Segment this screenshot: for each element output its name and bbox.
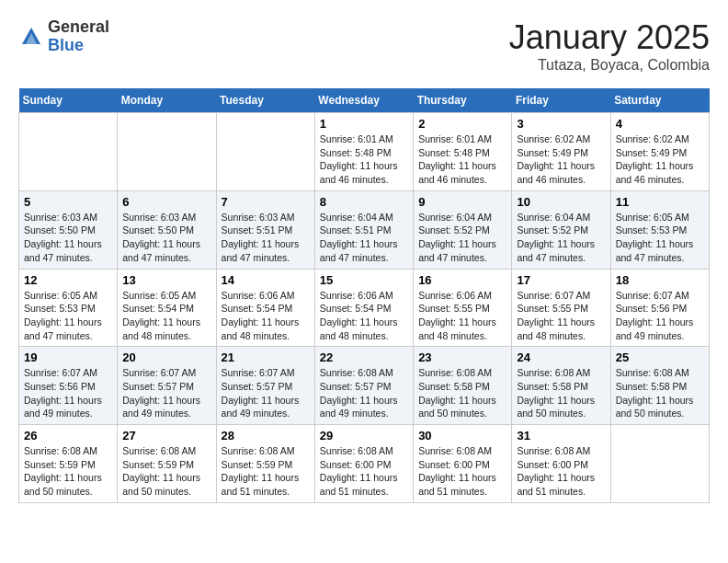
day-number: 14 xyxy=(222,273,310,287)
calendar-cell: 22Sunrise: 6:08 AM Sunset: 5:57 PM Dayli… xyxy=(314,347,413,425)
calendar-cell: 19Sunrise: 6:07 AM Sunset: 5:56 PM Dayli… xyxy=(19,347,118,425)
day-number: 24 xyxy=(517,350,605,364)
calendar-cell xyxy=(610,425,709,503)
calendar-week-row: 19Sunrise: 6:07 AM Sunset: 5:56 PM Dayli… xyxy=(19,347,710,425)
title-block: January 2025 Tutaza, Boyaca, Colombia xyxy=(509,18,710,74)
calendar-cell: 27Sunrise: 6:08 AM Sunset: 5:59 PM Dayli… xyxy=(118,425,216,503)
calendar-cell xyxy=(118,113,216,191)
day-number: 22 xyxy=(320,350,408,364)
calendar-cell: 18Sunrise: 6:07 AM Sunset: 5:56 PM Dayli… xyxy=(610,269,709,347)
calendar-cell: 14Sunrise: 6:06 AM Sunset: 5:54 PM Dayli… xyxy=(216,269,314,347)
day-info: Sunrise: 6:08 AM Sunset: 5:59 PM Dayligh… xyxy=(24,444,112,499)
calendar-cell: 6Sunrise: 6:03 AM Sunset: 5:50 PM Daylig… xyxy=(118,190,216,269)
calendar-cell: 31Sunrise: 6:08 AM Sunset: 6:00 PM Dayli… xyxy=(512,425,610,503)
calendar-cell: 17Sunrise: 6:07 AM Sunset: 5:55 PM Dayli… xyxy=(512,269,610,347)
day-info: Sunrise: 6:08 AM Sunset: 5:58 PM Dayligh… xyxy=(616,366,704,420)
calendar-cell: 28Sunrise: 6:08 AM Sunset: 5:59 PM Dayli… xyxy=(216,425,314,503)
day-number: 7 xyxy=(222,195,310,209)
calendar-cell: 4Sunrise: 6:02 AM Sunset: 5:49 PM Daylig… xyxy=(610,113,709,191)
calendar-cell: 23Sunrise: 6:08 AM Sunset: 5:58 PM Dayli… xyxy=(414,347,512,425)
calendar-cell: 25Sunrise: 6:08 AM Sunset: 5:58 PM Dayli… xyxy=(610,347,709,425)
day-number: 17 xyxy=(517,273,605,287)
day-number: 3 xyxy=(517,117,605,131)
day-number: 11 xyxy=(616,195,704,209)
day-number: 25 xyxy=(616,350,704,364)
day-info: Sunrise: 6:06 AM Sunset: 5:54 PM Dayligh… xyxy=(320,289,408,343)
day-number: 21 xyxy=(222,350,310,364)
day-info: Sunrise: 6:07 AM Sunset: 5:56 PM Dayligh… xyxy=(24,366,112,420)
weekday-header: Saturday xyxy=(610,88,709,113)
day-number: 8 xyxy=(320,195,408,209)
calendar-cell: 1Sunrise: 6:01 AM Sunset: 5:48 PM Daylig… xyxy=(314,113,413,191)
day-info: Sunrise: 6:08 AM Sunset: 5:59 PM Dayligh… xyxy=(222,444,310,499)
calendar-cell: 2Sunrise: 6:01 AM Sunset: 5:48 PM Daylig… xyxy=(414,113,512,191)
day-info: Sunrise: 6:08 AM Sunset: 5:58 PM Dayligh… xyxy=(517,366,605,420)
weekday-header: Sunday xyxy=(19,88,118,113)
day-number: 9 xyxy=(418,195,506,209)
calendar-cell xyxy=(19,113,118,191)
location-subtitle: Tutaza, Boyaca, Colombia xyxy=(509,57,710,74)
calendar-cell: 5Sunrise: 6:03 AM Sunset: 5:50 PM Daylig… xyxy=(19,190,118,269)
calendar-cell: 8Sunrise: 6:04 AM Sunset: 5:51 PM Daylig… xyxy=(314,190,413,269)
calendar-cell: 11Sunrise: 6:05 AM Sunset: 5:53 PM Dayli… xyxy=(610,190,709,269)
day-number: 29 xyxy=(320,429,408,442)
day-number: 16 xyxy=(418,273,506,287)
day-info: Sunrise: 6:02 AM Sunset: 5:49 PM Dayligh… xyxy=(616,132,704,187)
day-number: 10 xyxy=(517,195,605,209)
day-info: Sunrise: 6:05 AM Sunset: 5:53 PM Dayligh… xyxy=(24,289,112,343)
day-number: 20 xyxy=(122,350,210,364)
day-info: Sunrise: 6:08 AM Sunset: 6:00 PM Dayligh… xyxy=(320,444,408,499)
day-info: Sunrise: 6:01 AM Sunset: 5:48 PM Dayligh… xyxy=(418,132,506,187)
day-number: 18 xyxy=(616,273,704,287)
calendar-cell: 13Sunrise: 6:05 AM Sunset: 5:54 PM Dayli… xyxy=(118,269,216,347)
calendar-cell: 10Sunrise: 6:04 AM Sunset: 5:52 PM Dayli… xyxy=(512,190,610,269)
weekday-header: Friday xyxy=(512,88,610,113)
calendar-cell: 21Sunrise: 6:07 AM Sunset: 5:57 PM Dayli… xyxy=(216,347,314,425)
day-number: 23 xyxy=(418,350,506,364)
day-number: 15 xyxy=(320,273,408,287)
weekday-header: Wednesday xyxy=(314,88,413,113)
day-info: Sunrise: 6:06 AM Sunset: 5:54 PM Dayligh… xyxy=(222,289,310,343)
day-info: Sunrise: 6:03 AM Sunset: 5:51 PM Dayligh… xyxy=(222,211,310,265)
day-number: 26 xyxy=(24,429,112,442)
day-number: 27 xyxy=(122,429,210,442)
day-info: Sunrise: 6:04 AM Sunset: 5:51 PM Dayligh… xyxy=(320,211,408,265)
calendar-cell: 20Sunrise: 6:07 AM Sunset: 5:57 PM Dayli… xyxy=(118,347,216,425)
weekday-header: Tuesday xyxy=(216,88,314,113)
calendar-cell: 30Sunrise: 6:08 AM Sunset: 6:00 PM Dayli… xyxy=(414,425,512,503)
day-info: Sunrise: 6:04 AM Sunset: 5:52 PM Dayligh… xyxy=(517,211,605,265)
day-info: Sunrise: 6:01 AM Sunset: 5:48 PM Dayligh… xyxy=(320,132,408,187)
day-number: 1 xyxy=(320,117,408,131)
day-number: 6 xyxy=(122,195,210,209)
day-info: Sunrise: 6:08 AM Sunset: 6:00 PM Dayligh… xyxy=(418,444,506,499)
calendar-week-row: 5Sunrise: 6:03 AM Sunset: 5:50 PM Daylig… xyxy=(19,190,710,269)
day-number: 12 xyxy=(24,273,112,287)
logo: General Blue xyxy=(18,18,109,55)
day-info: Sunrise: 6:06 AM Sunset: 5:55 PM Dayligh… xyxy=(418,289,506,343)
day-info: Sunrise: 6:02 AM Sunset: 5:49 PM Dayligh… xyxy=(517,132,605,187)
weekday-header-row: SundayMondayTuesdayWednesdayThursdayFrid… xyxy=(19,88,710,113)
weekday-header: Monday xyxy=(118,88,216,113)
day-number: 2 xyxy=(418,117,506,131)
calendar-cell: 24Sunrise: 6:08 AM Sunset: 5:58 PM Dayli… xyxy=(512,347,610,425)
day-number: 4 xyxy=(616,117,704,131)
calendar-table: SundayMondayTuesdayWednesdayThursdayFrid… xyxy=(18,88,710,503)
calendar-week-row: 26Sunrise: 6:08 AM Sunset: 5:59 PM Dayli… xyxy=(19,425,710,503)
calendar-cell: 26Sunrise: 6:08 AM Sunset: 5:59 PM Dayli… xyxy=(19,425,118,503)
day-info: Sunrise: 6:04 AM Sunset: 5:52 PM Dayligh… xyxy=(418,211,506,265)
day-info: Sunrise: 6:03 AM Sunset: 5:50 PM Dayligh… xyxy=(122,211,210,265)
month-title: January 2025 xyxy=(509,18,710,57)
day-info: Sunrise: 6:05 AM Sunset: 5:54 PM Dayligh… xyxy=(122,289,210,343)
day-number: 5 xyxy=(24,195,112,209)
day-info: Sunrise: 6:08 AM Sunset: 5:59 PM Dayligh… xyxy=(122,444,210,499)
day-info: Sunrise: 6:08 AM Sunset: 5:57 PM Dayligh… xyxy=(320,366,408,420)
day-info: Sunrise: 6:03 AM Sunset: 5:50 PM Dayligh… xyxy=(24,211,112,265)
day-number: 19 xyxy=(24,350,112,364)
day-number: 31 xyxy=(517,429,605,442)
calendar-cell: 12Sunrise: 6:05 AM Sunset: 5:53 PM Dayli… xyxy=(19,269,118,347)
weekday-header: Thursday xyxy=(414,88,512,113)
day-info: Sunrise: 6:07 AM Sunset: 5:57 PM Dayligh… xyxy=(222,366,310,420)
calendar-cell: 29Sunrise: 6:08 AM Sunset: 6:00 PM Dayli… xyxy=(314,425,413,503)
day-number: 13 xyxy=(122,273,210,287)
calendar-cell: 7Sunrise: 6:03 AM Sunset: 5:51 PM Daylig… xyxy=(216,190,314,269)
